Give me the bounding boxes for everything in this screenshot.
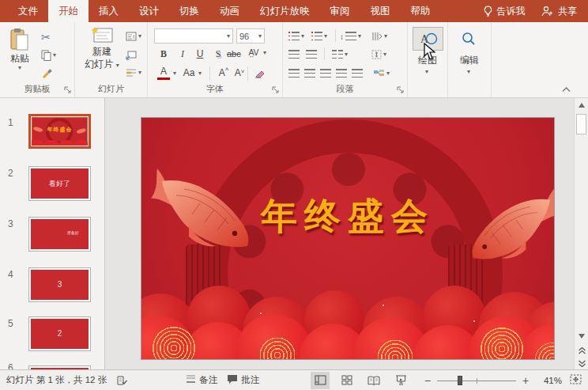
- koi-fish-left: [146, 164, 265, 265]
- previous-slide-button[interactable]: [576, 345, 587, 356]
- bullets-icon: [288, 32, 300, 41]
- thumbnail-slide-2[interactable]: 看好了: [28, 166, 91, 201]
- ribbon-tab-bar: 文件 开始 插入 设计 切换 动画 幻灯片放映 审阅 视图 帮助 告诉我 共享: [0, 0, 588, 22]
- font-name-caret-icon: ▾: [227, 34, 230, 39]
- powerpoint-window: 文件 开始 插入 设计 切换 动画 幻灯片放映 审阅 视图 帮助 告诉我 共享: [0, 0, 588, 390]
- slide-editor[interactable]: 年终盛会: [141, 117, 555, 360]
- numbering-caret-icon: ▾: [324, 34, 327, 39]
- reading-view-button[interactable]: [364, 372, 383, 389]
- clipboard-dialog-launcher[interactable]: [64, 86, 72, 94]
- tab-transitions[interactable]: 切换: [169, 0, 209, 22]
- thumbnail-number: 6: [8, 362, 13, 369]
- comments-label: 批注: [241, 374, 259, 386]
- notes-toggle-button[interactable]: 备注: [186, 374, 217, 386]
- numbering-icon: [311, 32, 322, 41]
- distribute-button[interactable]: [352, 66, 363, 81]
- change-case-button[interactable]: Aa: [183, 66, 195, 80]
- group-font: ▾ 96 ▾ B I U S abc AV ▾ A ▾ Aa ▾ A A 字体: [148, 22, 283, 97]
- spell-check-button[interactable]: [116, 375, 127, 386]
- tab-view[interactable]: 视图: [360, 0, 401, 22]
- line-spacing-button[interactable]: ↕ ▾: [340, 29, 361, 44]
- format-painter-icon: [41, 67, 53, 78]
- text-shadow-button[interactable]: S: [212, 47, 224, 61]
- zoom-slider-knob[interactable]: [458, 376, 462, 385]
- align-center-button[interactable]: [304, 66, 315, 81]
- thumbnail-slide-5[interactable]: 2: [28, 316, 91, 351]
- justify-button[interactable]: [336, 66, 347, 81]
- scrollbar-thumb[interactable]: [576, 114, 586, 134]
- tab-home[interactable]: 开始: [48, 0, 89, 22]
- cut-button[interactable]: ✂: [41, 30, 51, 44]
- change-case-caret-icon: ▾: [198, 71, 202, 76]
- group-drawing: A 绘图 ▾: [408, 22, 448, 97]
- thumbnail-2-text: 看好了: [31, 179, 89, 189]
- underline-button[interactable]: U: [194, 47, 206, 61]
- columns-button[interactable]: ▾: [332, 47, 348, 62]
- strikethrough-button[interactable]: abc: [227, 47, 241, 61]
- comments-toggle-button[interactable]: 批注: [227, 374, 259, 386]
- collapse-ribbon-button[interactable]: [562, 86, 571, 93]
- smartart-button[interactable]: ▾: [373, 66, 390, 81]
- italic-button[interactable]: I: [176, 47, 189, 61]
- share-button[interactable]: 共享: [541, 0, 577, 22]
- scroll-up-button[interactable]: [576, 100, 587, 111]
- slide-sorter-view-button[interactable]: [337, 372, 356, 389]
- mini-cloud: [73, 140, 88, 146]
- zoom-out-button[interactable]: −: [423, 374, 432, 387]
- character-spacing-button[interactable]: AV: [247, 45, 260, 59]
- slide-number-indicator[interactable]: 幻灯片 第 1 张，共 12 张: [6, 374, 107, 386]
- increase-font-size-button[interactable]: A: [217, 66, 230, 80]
- section-button[interactable]: ▾: [126, 66, 141, 80]
- tell-me-box[interactable]: 告诉我: [477, 0, 532, 22]
- increase-indent-icon: [306, 50, 317, 59]
- tab-review[interactable]: 审阅: [320, 0, 360, 22]
- thumbnail-slide-4[interactable]: 3: [28, 267, 91, 302]
- format-painter-button[interactable]: [41, 66, 53, 80]
- reset-slide-button[interactable]: [126, 47, 137, 62]
- numbering-button[interactable]: ▾: [311, 29, 327, 44]
- text-direction-button[interactable]: ▾: [371, 29, 387, 44]
- decrease-font-size-button[interactable]: A: [233, 66, 246, 80]
- comment-bubble-icon: [227, 374, 238, 386]
- next-slide-button[interactable]: [576, 358, 587, 369]
- new-slide-button[interactable]: 新建 幻灯片 ▾: [81, 27, 122, 70]
- ribbon: 粘贴 ▾ ✂ ▾ 剪贴板: [0, 22, 588, 98]
- paragraph-dialog-launcher[interactable]: [397, 86, 405, 94]
- align-right-button[interactable]: [320, 66, 331, 81]
- bold-button[interactable]: B: [157, 47, 170, 61]
- tab-design[interactable]: 设计: [129, 0, 169, 22]
- tab-slideshow[interactable]: 幻灯片放映: [250, 0, 320, 22]
- zoom-level-button[interactable]: 41%: [533, 376, 562, 385]
- font-dialog-launcher[interactable]: [272, 86, 280, 94]
- align-left-button[interactable]: [288, 66, 300, 81]
- distribute-icon: [352, 69, 363, 78]
- scroll-down-button[interactable]: [576, 331, 587, 342]
- slideshow-view-button[interactable]: [391, 372, 410, 389]
- thumbnail-slide-3[interactable]: 准备好: [28, 217, 91, 252]
- thumbnail-slide-1[interactable]: 年终盛会: [28, 114, 91, 149]
- bullets-button[interactable]: ▾: [288, 29, 304, 44]
- increase-indent-button[interactable]: [306, 47, 317, 62]
- font-size-combo[interactable]: 96 ▾: [236, 28, 265, 44]
- editing-button[interactable]: [454, 27, 483, 51]
- zoom-in-button[interactable]: +: [521, 374, 530, 387]
- tab-file[interactable]: 文件: [8, 0, 48, 22]
- font-color-button[interactable]: A: [157, 66, 170, 80]
- normal-view-button[interactable]: [311, 372, 330, 389]
- decrease-indent-button[interactable]: [288, 47, 300, 62]
- paste-label: 粘贴: [10, 53, 29, 64]
- font-name-combo[interactable]: ▾: [154, 28, 233, 44]
- tab-help[interactable]: 帮助: [401, 0, 441, 22]
- new-slide-icon: [91, 27, 113, 44]
- copy-button[interactable]: ▾: [41, 48, 56, 62]
- tab-insert[interactable]: 插入: [89, 0, 129, 22]
- paste-button[interactable]: 粘贴 ▾: [5, 28, 35, 70]
- tab-animations[interactable]: 动画: [209, 0, 250, 22]
- zoom-slider[interactable]: [437, 375, 516, 386]
- clear-formatting-button[interactable]: [254, 66, 266, 80]
- slide-layout-button[interactable]: ▾: [126, 29, 141, 44]
- align-text-button[interactable]: ▾: [371, 47, 386, 62]
- section-icon: [126, 68, 137, 78]
- vertical-scrollbar: [574, 98, 588, 369]
- fit-slide-to-window-button[interactable]: [570, 374, 582, 386]
